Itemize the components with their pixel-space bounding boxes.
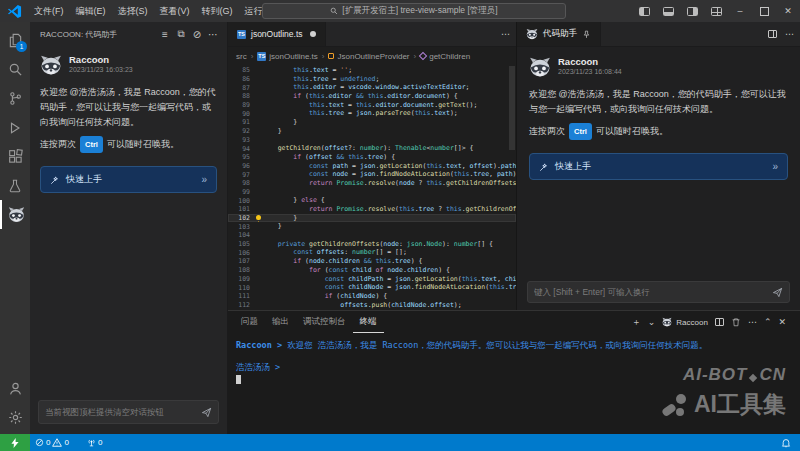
code-line[interactable]: 91 } <box>228 118 516 127</box>
sidebar-item-run-debug[interactable] <box>0 113 30 142</box>
chevron-down-icon[interactable]: ⌄ <box>648 317 656 327</box>
code-line[interactable]: 111 if (childNode) { <box>228 292 516 301</box>
code-line[interactable]: 85 this.text = ''; <box>228 66 516 75</box>
code-line[interactable]: 106 const offsets: number[] = []; <box>228 248 516 257</box>
trash-icon[interactable] <box>731 317 741 327</box>
panel-tab-问题[interactable]: 问题 <box>234 311 265 333</box>
code-line[interactable]: 112 offsets.push(childNode.offset); <box>228 301 516 310</box>
settings-button[interactable] <box>0 403 30 432</box>
code-line[interactable]: 96 const path = json.getLocation(this.te… <box>228 162 516 171</box>
more-icon[interactable]: ⋯ <box>785 29 794 39</box>
code-line[interactable]: 86 this.tree = undefined; <box>228 75 516 84</box>
sidebar-item-raccoon[interactable] <box>0 200 30 229</box>
panel-tab-终端[interactable]: 终端 <box>353 311 384 333</box>
menu-item[interactable]: 编辑(E) <box>70 0 112 22</box>
toggle-primary-sidebar-icon[interactable] <box>632 0 656 22</box>
code-line[interactable]: 98 return Promise.resolve(node ? this.ge… <box>228 179 516 188</box>
menu-item[interactable]: 选择(S) <box>112 0 154 22</box>
breadcrumbs[interactable]: src›TSjsonOutline.ts›JsonOutlineProvider… <box>228 47 516 65</box>
problems-status[interactable]: 0 0 <box>30 434 74 451</box>
pin-icon[interactable] <box>582 30 591 39</box>
code-line[interactable]: 103 } <box>228 222 516 231</box>
panel-tab-输出[interactable]: 输出 <box>265 311 296 333</box>
split-terminal-icon[interactable] <box>715 318 724 326</box>
menu-item[interactable]: 文件(F) <box>28 0 70 22</box>
panel-tab-调试控制台[interactable]: 调试控制台 <box>296 311 353 333</box>
code-line[interactable]: 110 const childNode = json.findNodeAtLoc… <box>228 283 516 292</box>
ports-status[interactable]: 0 <box>82 434 107 451</box>
maximize-panel-icon[interactable]: ⌃ <box>764 317 772 327</box>
code-editor[interactable]: 85 this.text = '';86 this.tree = undefin… <box>228 66 516 310</box>
code-line[interactable]: 100 } else { <box>228 196 516 205</box>
block-icon[interactable]: ⊘ <box>189 26 205 42</box>
code-line[interactable]: 105 private getChildrenOffsets(node: jso… <box>228 240 516 249</box>
breadcrumb-item[interactable]: getChildren <box>420 52 470 61</box>
code-line[interactable]: 104 <box>228 231 516 240</box>
quick-start-button[interactable]: 快速上手 » <box>529 153 788 180</box>
sidebar-item-explorer[interactable]: 1 <box>0 26 30 55</box>
split-editor-icon[interactable] <box>768 30 777 38</box>
code-line[interactable]: 97 const node = json.findNodeAtLocation(… <box>228 170 516 179</box>
raccoon-icon <box>8 206 25 223</box>
toggle-panel-icon[interactable] <box>656 0 680 22</box>
sidebar-item-extensions[interactable] <box>0 142 30 171</box>
watermark-text-2: CN <box>759 365 786 385</box>
menu-item[interactable]: 转到(G) <box>196 0 239 22</box>
open-in-editor-icon[interactable]: ⧉ <box>173 26 189 42</box>
accounts-button[interactable] <box>0 374 30 403</box>
code-line[interactable]: 88 if (this.editor && this.editor.docume… <box>228 92 516 101</box>
command-center[interactable]: [扩展开发宿主] tree-view-sample [管理员] <box>262 3 566 19</box>
lightbulb-icon[interactable] <box>256 215 261 220</box>
assistant-inputbox[interactable] <box>527 281 790 303</box>
close-button[interactable]: ✕ <box>776 0 800 22</box>
wand-icon <box>539 162 549 172</box>
code-line[interactable]: 108 for (const child of node.children) { <box>228 266 516 275</box>
code-line[interactable]: 102 } <box>228 214 516 223</box>
clear-icon[interactable]: ≡ <box>157 26 173 42</box>
code-line[interactable]: 95 if (offset && this.tree) { <box>228 153 516 162</box>
more-icon[interactable]: ⋯ <box>748 317 757 327</box>
sidebar-chat-input[interactable] <box>45 407 196 417</box>
sidebar-item-search[interactable] <box>0 55 30 84</box>
send-icon[interactable] <box>201 407 212 418</box>
quick-start-button[interactable]: 快速上手 » <box>40 166 217 193</box>
breadcrumb-item[interactable]: src <box>236 52 247 61</box>
breadcrumb-item[interactable]: JsonOutlineProvider <box>328 52 409 61</box>
code-line[interactable]: 109 const childPath = json.getLocation(t… <box>228 275 516 284</box>
new-terminal-icon[interactable]: ＋ <box>632 316 641 329</box>
remote-indicator[interactable] <box>0 434 30 451</box>
code-line[interactable]: 93 <box>228 136 516 145</box>
editor-scrollbar[interactable] <box>509 66 515 150</box>
breadcrumb-item[interactable]: TSjsonOutline.ts <box>257 52 317 61</box>
terminal-tab-entry[interactable]: Raccoon <box>662 317 708 327</box>
code-line[interactable]: 99 <box>228 188 516 197</box>
code-line[interactable]: 89 this.text = this.editor.document.getT… <box>228 101 516 110</box>
code-line[interactable]: 94 getChildren(offset?: number): Thenabl… <box>228 144 516 153</box>
code-line[interactable]: 92 } <box>228 127 516 136</box>
code-text: } else { <box>254 196 516 205</box>
assistant-chat-input[interactable] <box>534 287 767 297</box>
tab-jsonoutline[interactable]: TS jsonOutline.ts <box>228 22 326 46</box>
code-text: this.editor = vscode.window.activeTextEd… <box>254 83 516 92</box>
tab-code-assistant[interactable]: 代码助手 <box>517 22 601 46</box>
editor-more-icon[interactable]: ⋯ <box>501 29 510 39</box>
more-icon[interactable]: ⋯ <box>205 26 221 42</box>
breadcrumb-label: src <box>236 52 247 61</box>
notifications-button[interactable] <box>776 438 796 448</box>
tab-label: 代码助手 <box>543 28 577 40</box>
maximize-button[interactable] <box>752 0 776 22</box>
sidebar-item-testing[interactable] <box>0 171 30 200</box>
code-line[interactable]: 87 this.editor = vscode.window.activeTex… <box>228 83 516 92</box>
minimize-button[interactable]: – <box>728 0 752 22</box>
code-line[interactable]: 101 return Promise.resolve(this.tree ? t… <box>228 205 516 214</box>
modified-dot-icon[interactable] <box>310 31 316 37</box>
code-line[interactable]: 90 this.tree = json.parseTree(this.text)… <box>228 109 516 118</box>
sidebar-chat-inputbox[interactable] <box>38 400 219 424</box>
customize-layout-icon[interactable] <box>704 0 728 22</box>
menu-item[interactable]: 查看(V) <box>154 0 196 22</box>
code-line[interactable]: 107 if (node.children && this.tree) { <box>228 257 516 266</box>
close-panel-icon[interactable]: ✕ <box>778 317 786 327</box>
send-icon[interactable] <box>772 287 783 298</box>
sidebar-item-source-control[interactable] <box>0 84 30 113</box>
toggle-secondary-sidebar-icon[interactable] <box>680 0 704 22</box>
